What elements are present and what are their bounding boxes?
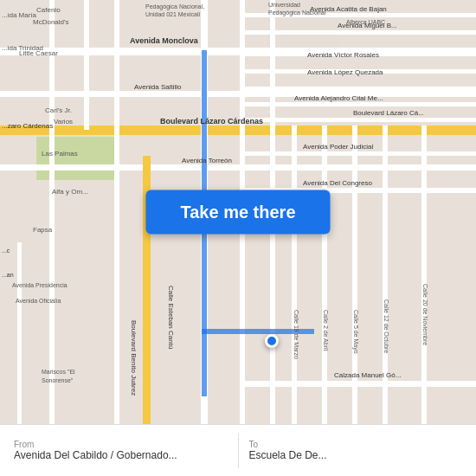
svg-text:Avenida Del Congreso: Avenida Del Congreso [303, 179, 372, 187]
svg-rect-8 [242, 151, 476, 156]
take-me-there-button[interactable]: Take me there [145, 190, 330, 235]
svg-text:Fapsa: Fapsa [33, 226, 53, 234]
svg-text:Mariscos "El: Mariscos "El [42, 369, 75, 375]
destination-item: To Escuela De De... [249, 440, 463, 461]
svg-rect-14 [242, 102, 476, 106]
svg-text:Universidad: Universidad [268, 2, 300, 8]
location-marker [265, 334, 279, 348]
svg-text:Avenida Torreón: Avenida Torreón [182, 157, 232, 164]
svg-rect-10 [242, 30, 476, 35]
svg-text:Calzada Manuel Gó...: Calzada Manuel Gó... [334, 371, 401, 379]
svg-text:Boulevard Benito Juárez: Boulevard Benito Juárez [130, 320, 138, 396]
svg-text:Calle 18 de Marzo: Calle 18 de Marzo [293, 310, 299, 359]
svg-text:Carl's Jr.: Carl's Jr. [45, 106, 72, 114]
svg-rect-5 [0, 125, 476, 135]
svg-text:Avenida Presidencia: Avenida Presidencia [12, 282, 68, 288]
svg-text:...an: ...an [2, 272, 14, 278]
svg-text:...ida María: ...ida María [2, 11, 37, 19]
svg-rect-15 [242, 118, 476, 122]
svg-text:Sonorense": Sonorense" [42, 377, 74, 383]
svg-text:Avenida López Quezada: Avenida López Quezada [307, 68, 383, 76]
svg-rect-1 [36, 137, 114, 180]
svg-text:Alfa y Om...: Alfa y Om... [52, 188, 88, 196]
svg-text:Alberca UABC: Alberca UABC [346, 19, 385, 25]
bottom-bar: From Avenida Del Cabildo / Gobernado... … [0, 424, 476, 476]
svg-text:Cafenlo: Cafenlo [36, 6, 61, 14]
svg-text:Pedagógica Nacional,: Pedagógica Nacional, [145, 3, 204, 10]
svg-rect-13 [242, 87, 476, 91]
origin-value: Avenida Del Cabildo / Gobernado... [14, 449, 177, 461]
svg-text:Unidad 021 Mexicali: Unidad 021 Mexicali [145, 11, 200, 17]
svg-rect-23 [421, 125, 427, 424]
svg-text:Pedagógica Nacional: Pedagógica Nacional [268, 10, 326, 16]
bar-divider [238, 434, 239, 468]
destination-label: To [249, 440, 259, 449]
svg-text:Boulevard Lázaro Cárdenas: Boulevard Lázaro Cárdenas [160, 117, 263, 125]
svg-rect-20 [322, 125, 327, 424]
svg-rect-26 [114, 0, 119, 424]
svg-text:Calle 20 de Noviembre: Calle 20 de Noviembre [422, 284, 428, 345]
svg-rect-21 [352, 125, 357, 424]
svg-text:Calle 2 de Abril: Calle 2 de Abril [323, 310, 329, 351]
origin-item: From Avenida Del Cabildo / Gobernado... [14, 440, 228, 461]
origin-label: From [14, 440, 34, 449]
svg-text:Avenida Oficialía: Avenida Oficialía [16, 298, 61, 304]
svg-rect-4 [0, 91, 476, 97]
svg-rect-25 [84, 0, 89, 130]
svg-text:Las Palmas: Las Palmas [42, 150, 78, 158]
svg-text:Varios: Varios [54, 118, 73, 125]
svg-rect-24 [49, 0, 55, 424]
svg-text:Calle 5 de Mayo: Calle 5 de Mayo [352, 310, 359, 354]
svg-text:Boulevard Lázaro Cá...: Boulevard Lázaro Cá... [353, 109, 424, 117]
svg-text:Avenida Alejandro Cital Me...: Avenida Alejandro Cital Me... [294, 94, 383, 102]
svg-text:...zaro Cárdenas: ...zaro Cárdenas [2, 122, 53, 130]
svg-text:Calle 12 de Octubre: Calle 12 de Octubre [383, 299, 389, 353]
svg-rect-29 [17, 242, 22, 424]
svg-rect-19 [292, 125, 297, 424]
svg-rect-16 [242, 381, 476, 387]
svg-text:...c: ...c [2, 248, 10, 254]
svg-rect-22 [383, 125, 388, 424]
svg-text:...ida Trinidad: ...ida Trinidad [2, 44, 43, 52]
svg-text:Avenida Saltillo: Avenida Saltillo [134, 83, 182, 91]
svg-rect-6 [0, 164, 476, 170]
map-container: Cafenlo McDonald's Avenida Monclova Litt… [0, 0, 476, 424]
svg-text:McDonald's: McDonald's [33, 18, 69, 26]
svg-text:Avenida Víctor Rosales: Avenida Víctor Rosales [307, 51, 379, 59]
svg-text:Avenida Monclova: Avenida Monclova [130, 36, 199, 45]
destination-value: Escuela De De... [249, 449, 327, 461]
svg-text:Calle Esteban Cantú: Calle Esteban Cantú [167, 286, 175, 349]
svg-text:Avenida Poder Judicial: Avenida Poder Judicial [303, 143, 373, 151]
